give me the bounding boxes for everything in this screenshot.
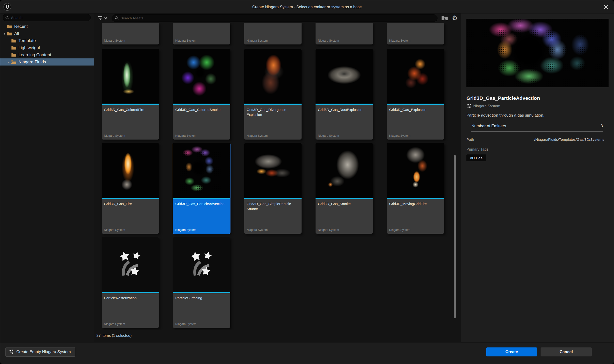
filter-button[interactable] [97, 15, 109, 22]
asset-thumbnail [244, 49, 302, 104]
asset-label-area: Grid3D_Gas_Dust​Explosion Niagara System [316, 105, 373, 140]
folder-label: Learning Content [18, 52, 51, 57]
folder-icon [11, 53, 17, 57]
niagara-system-icon [466, 104, 472, 109]
asset-type: Niagara System [247, 39, 268, 42]
asset-tile[interactable]: Grid3D_Gas_Dust​Explosion Niagara System [316, 49, 373, 140]
asset-browser: ⚙ Niagara System Niagara System Niagara … [94, 13, 461, 342]
tag-badge: 3D Gas [466, 155, 486, 161]
asset-name: Grid3D_Gas_Divergence​Explosion [247, 107, 299, 117]
asset-type: Niagara System [247, 134, 268, 137]
asset-tile[interactable]: Particle​Rasterization Niagara System [102, 237, 159, 328]
sidebar-search-box[interactable] [3, 14, 91, 21]
scrollbar-thumb[interactable] [454, 155, 456, 318]
asset-type: Niagara System [175, 134, 196, 137]
folder-icon [7, 31, 12, 36]
asset-tile[interactable]: Grid3D_Gas_Fire Niagara System [102, 143, 159, 234]
asset-name: Particle​Surfacing [175, 295, 228, 300]
asset-description: Particle advection through a gas simulat… [466, 113, 607, 118]
asset-name: Grid3D_Moving​Grid​Fire [389, 201, 442, 206]
asset-type: Niagara System [389, 228, 410, 232]
asset-grid[interactable]: Niagara System Niagara System Niagara Sy… [94, 23, 461, 330]
asset-thumbnail [387, 143, 444, 198]
create-button[interactable]: Create [486, 348, 537, 356]
sidebar-folder-item[interactable]: ▸ Niagara Fluids [0, 58, 94, 65]
asset-tile[interactable]: Grid3D_Gas_Simple​Particle​Source Niagar… [244, 143, 302, 234]
asset-label-area: Grid3D_Gas_Colored​Fire Niagara System [102, 105, 159, 140]
asset-tile-partial[interactable]: Niagara System [244, 23, 302, 44]
folder-icon [7, 24, 12, 29]
asset-type: Niagara System [104, 228, 125, 232]
asset-thumbnail [102, 143, 159, 198]
asset-tile-partial[interactable]: Niagara System [316, 23, 373, 44]
asset-name: Grid3D_Gas_Fire [104, 201, 157, 206]
search-icon [115, 16, 119, 20]
niagara-system-icon [9, 349, 14, 355]
niagara-system-icon [116, 250, 144, 278]
primary-tags-label: Primary Tags [466, 147, 488, 152]
asset-tile[interactable]: Grid3D_Gas_Particle​Advection Niagara Sy… [173, 143, 230, 234]
niagara-system-icon [188, 250, 216, 278]
asset-type: Niagara System [318, 134, 339, 137]
asset-tile[interactable]: Grid3D_Gas_Explosion Niagara System [387, 49, 444, 140]
asset-tile[interactable]: Grid3D_Moving​Grid​Fire Niagara System [387, 143, 444, 234]
asset-tile[interactable]: Grid3D_Gas_Colored​Fire Niagara System [102, 49, 159, 140]
asset-name: Grid3D_Gas_Particle​Advection [175, 201, 228, 206]
asset-name: Grid3D_Gas_Smoke [318, 201, 370, 206]
asset-tile[interactable]: Particle​Surfacing Niagara System [173, 237, 230, 328]
path-value: /NiagaraFluids/Templates/Gas/3D/Systems [534, 137, 604, 142]
asset-tile[interactable]: Grid3D_Gas_Colored​Smoke Niagara System [173, 49, 230, 140]
asset-type: Niagara System [247, 228, 268, 232]
sidebar-folder-item[interactable]: Recent [0, 23, 94, 30]
asset-type: Niagara System [318, 228, 339, 232]
close-button[interactable] [601, 2, 611, 11]
asset-toolbar: ⚙ [94, 13, 461, 23]
folder-tree: Recent ▾ All Template Lightweight Learni… [0, 23, 94, 65]
asset-tile-partial[interactable]: Niagara System [102, 23, 159, 44]
asset-thumbnail [102, 237, 159, 292]
asset-label-area: Grid3D_Gas_Smoke Niagara System [316, 199, 373, 234]
items-status: 27 items (1 selected) [97, 330, 132, 343]
asset-label-area: Grid3D_Gas_Particle​Advection Niagara Sy… [173, 199, 230, 234]
search-icon [5, 16, 9, 20]
sidebar-folder-item[interactable]: Template [0, 37, 94, 44]
create-empty-niagara-system-button[interactable]: Create Empty Niagara System [5, 347, 75, 357]
asset-type: Niagara System [318, 39, 339, 42]
footer-bar: Create Empty Niagara System Create Cance… [0, 342, 614, 364]
sidebar-folder-item[interactable]: Lightweight [0, 44, 94, 51]
folder-icon [11, 60, 17, 64]
asset-search-box[interactable] [112, 14, 437, 22]
create-empty-label: Create Empty Niagara System [16, 350, 71, 354]
folder-label: All [14, 31, 19, 36]
folder-icon [11, 46, 17, 50]
settings-button[interactable]: ⚙ [451, 13, 459, 23]
asset-name: Grid3D_Gas_Simple​Particle​Source [247, 201, 299, 211]
asset-tile[interactable]: Grid3D_Gas_Smoke Niagara System [316, 143, 373, 234]
emitters-label: Number of Emitters [471, 124, 506, 129]
asset-search-input[interactable] [121, 16, 434, 20]
asset-label-area: Grid3D_Gas_Simple​Particle​Source Niagar… [244, 199, 302, 234]
cancel-button[interactable]: Cancel [541, 348, 592, 356]
asset-title: Grid3D_Gas_ParticleAdvection [466, 95, 540, 101]
asset-tile[interactable]: Grid3D_Gas_Divergence​Explosion Niagara … [244, 49, 302, 140]
asset-type-row: Niagara System [466, 104, 500, 109]
sidebar-folder-item[interactable]: ▾ All [0, 30, 94, 37]
expander-arrow-icon[interactable]: ▸ [6, 60, 11, 64]
asset-type-label: Niagara System [473, 104, 500, 108]
expander-arrow-icon[interactable]: ▾ [2, 32, 7, 36]
asset-thumbnail [173, 49, 230, 104]
create-niagara-system-dialog: Create Niagara System - Select an emitte… [0, 0, 614, 364]
sidebar-search-input[interactable] [11, 16, 88, 20]
asset-name: Grid3D_Gas_Colored​Smoke [175, 107, 228, 112]
asset-type: Niagara System [389, 134, 410, 137]
sidebar-folder-item[interactable]: Learning Content [0, 51, 94, 58]
emitters-row: Number of Emitters 3 [471, 124, 603, 131]
sources-panel-button[interactable] [441, 15, 448, 21]
titlebar: Create Niagara System - Select an emitte… [0, 0, 614, 13]
asset-label-area: Grid3D_Gas_Explosion Niagara System [387, 105, 444, 140]
asset-thumbnail [244, 143, 302, 198]
asset-tile-partial[interactable]: Niagara System [387, 23, 444, 44]
asset-name: Grid3D_Gas_Dust​Explosion [318, 107, 370, 112]
asset-tile-partial[interactable]: Niagara System [173, 23, 230, 44]
asset-preview-image [466, 19, 609, 87]
